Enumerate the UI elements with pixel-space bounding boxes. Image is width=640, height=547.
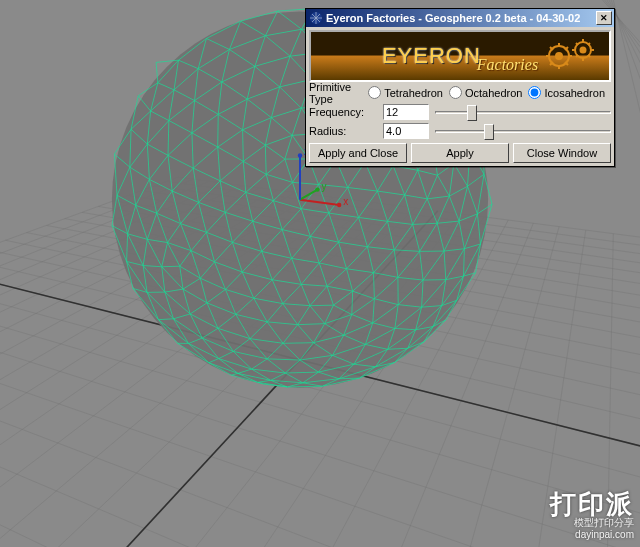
radius-row: Radius:	[309, 122, 611, 139]
apply-and-close-button[interactable]: Apply and Close	[309, 143, 407, 163]
radio-tetrahedron[interactable]: Tetrahedron	[368, 86, 443, 99]
svg-point-633	[556, 53, 562, 59]
radio-icosahedron-input[interactable]	[528, 86, 541, 99]
close-icon: ✕	[600, 13, 608, 23]
svg-line-15	[0, 365, 640, 547]
banner-text-1: EYERON	[382, 43, 481, 69]
primitive-type-label: Primitive Type	[309, 81, 368, 105]
frequency-row: Frequency:	[309, 103, 611, 120]
svg-line-11	[0, 408, 640, 547]
frequency-slider[interactable]	[435, 104, 611, 120]
frequency-label: Frequency:	[309, 106, 383, 118]
svg-line-13	[0, 385, 640, 547]
radius-input[interactable]	[383, 123, 429, 139]
dialog-client: EYERON Factories Primitive Type Tetrahed…	[306, 27, 614, 166]
close-window-button[interactable]: Close Window	[513, 143, 611, 163]
svg-point-625	[337, 203, 341, 207]
radio-icosahedron[interactable]: Icosahedron	[528, 86, 605, 99]
svg-line-7	[0, 464, 640, 547]
button-row: Apply and Close Apply Close Window	[309, 143, 611, 163]
window-title: Eyeron Factories - Geosphere 0.2 beta - …	[326, 12, 596, 24]
banner-text-2: Factories	[477, 56, 538, 74]
primitive-type-row: Primitive Type Tetrahedron Octahedron Ic…	[309, 84, 611, 101]
watermark-sub1: 模型打印分享	[550, 517, 634, 529]
radius-slider[interactable]	[435, 123, 611, 139]
slider-track	[435, 111, 611, 114]
radio-icosahedron-label: Icosahedron	[544, 87, 605, 99]
svg-text:y: y	[321, 181, 326, 192]
watermark-sub2: dayinpai.com	[550, 529, 634, 541]
geosphere-dialog: Eyeron Factories - Geosphere 0.2 beta - …	[305, 8, 615, 167]
svg-point-627	[298, 153, 302, 157]
radio-octahedron-input[interactable]	[449, 86, 462, 99]
svg-point-626	[315, 187, 319, 191]
app-icon	[309, 11, 323, 25]
radio-tetrahedron-label: Tetrahedron	[384, 87, 443, 99]
watermark-title: 打印派	[550, 491, 634, 517]
radio-tetrahedron-input[interactable]	[368, 86, 381, 99]
primitive-type-radios: Tetrahedron Octahedron Icosahedron	[368, 86, 611, 99]
radius-slider-thumb[interactable]	[484, 124, 494, 140]
frequency-slider-thumb[interactable]	[467, 105, 477, 121]
radio-octahedron[interactable]: Octahedron	[449, 86, 522, 99]
svg-point-635	[581, 48, 586, 53]
titlebar[interactable]: Eyeron Factories - Geosphere 0.2 beta - …	[306, 9, 614, 27]
frequency-input[interactable]	[383, 104, 429, 120]
banner-logo: EYERON Factories	[309, 30, 611, 82]
window-close-button[interactable]: ✕	[596, 11, 612, 25]
slider-track	[435, 130, 611, 133]
gears-icon	[545, 38, 595, 72]
apply-button[interactable]: Apply	[411, 143, 509, 163]
radius-label: Radius:	[309, 125, 383, 137]
svg-text:x: x	[343, 196, 348, 207]
watermark: 打印派 模型打印分享 dayinpai.com	[550, 491, 634, 541]
radio-octahedron-label: Octahedron	[465, 87, 522, 99]
